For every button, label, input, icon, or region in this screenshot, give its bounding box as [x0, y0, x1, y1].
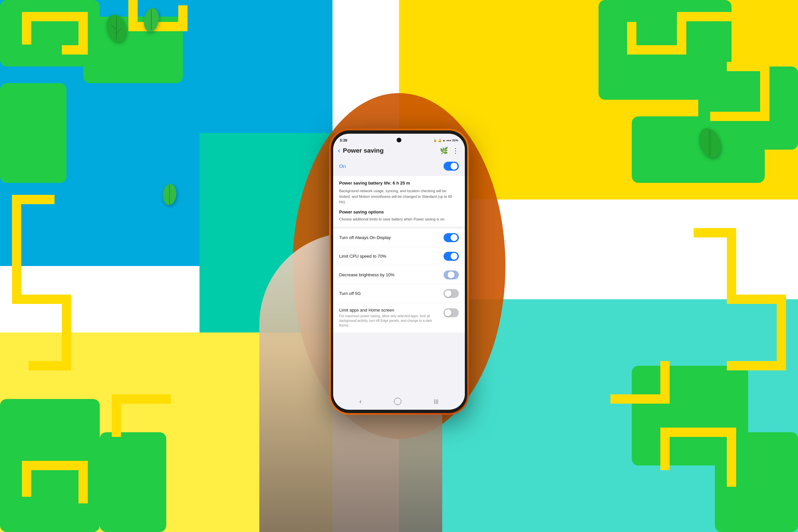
battery-desc: Background network usage, syncing, and l…	[339, 188, 459, 205]
more-button[interactable]: ⋮	[451, 146, 460, 155]
setting-item-apps[interactable]: Limit apps and Home screen For maximum p…	[333, 303, 465, 332]
nav-home-button[interactable]	[394, 398, 401, 405]
setting-label-brightness: Decrease brightness by 10%	[339, 272, 443, 277]
leaf-2	[140, 3, 163, 35]
setting-item-cpu[interactable]: Limit CPU speed to 70%	[333, 247, 465, 266]
nav-back-button[interactable]: ‹	[359, 398, 361, 405]
leaf-3	[695, 123, 725, 161]
battery-info-card: Power saving battery life: 6 h 25 m Back…	[333, 176, 465, 226]
battery-life-label: Power saving battery life: 6 h 25 m	[339, 180, 459, 186]
brightness-toggle-knob	[448, 271, 455, 278]
alarm-icon: 🔔	[438, 139, 441, 142]
aod-toggle[interactable]	[443, 233, 459, 242]
5g-toggle-knob	[444, 290, 452, 297]
setting-item-aod[interactable]: Turn off Always On Display	[333, 228, 465, 247]
svg-rect-7	[100, 432, 166, 532]
svg-rect-1	[0, 83, 66, 183]
top-nav: ‹ Power saving 🌿 ⋮	[333, 144, 465, 158]
setting-label-aod: Turn off Always On Display	[339, 235, 443, 240]
aod-toggle-knob	[451, 234, 457, 241]
setting-label-apps: Limit apps and Home screen For maximum p…	[339, 307, 443, 328]
status-time: 5:39	[340, 138, 347, 142]
phone-container: 5:39 🔒 🔔 ▲ ●●● 21% ‹ Power saving	[329, 129, 469, 415]
setting-label-cpu: Limit CPU speed to 70%	[339, 254, 443, 259]
power-options-title: Power saving options	[339, 209, 459, 214]
wifi-icon: ▲	[442, 139, 445, 142]
apps-toggle-knob	[444, 309, 452, 316]
cpu-toggle-knob	[451, 253, 457, 260]
battery-text: 21%	[452, 139, 458, 142]
on-toggle-knob	[451, 163, 457, 170]
status-icons: 🔒 🔔 ▲ ●●● 21%	[433, 139, 458, 142]
signal-icon: ●●●	[446, 139, 451, 142]
brightness-toggle[interactable]	[443, 270, 459, 279]
apps-toggle[interactable]	[443, 308, 459, 317]
nav-recents-button[interactable]: |||	[434, 399, 439, 404]
bottom-nav: ‹ |||	[333, 395, 465, 410]
camera-notch	[397, 138, 401, 142]
scene: 5:39 🔒 🔔 ▲ ●●● 21% ‹ Power saving	[0, 0, 798, 532]
leaf-icon: 🌿	[440, 147, 448, 155]
phone-screen: 5:39 🔒 🔔 ▲ ●●● 21% ‹ Power saving	[333, 134, 465, 410]
cpu-toggle[interactable]	[443, 252, 459, 261]
back-button[interactable]: ‹	[338, 146, 343, 156]
phone-frame-outer: 5:39 🔒 🔔 ▲ ●●● 21% ‹ Power saving	[329, 129, 469, 415]
page-title: Power saving	[343, 147, 440, 154]
setting-label-5g: Turn off 5G	[339, 291, 443, 296]
leaf-1	[103, 10, 130, 44]
screen-content[interactable]: On Power saving battery life: 6 h 25 m B…	[333, 158, 465, 395]
setting-item-brightness[interactable]: Decrease brightness by 10%	[333, 266, 465, 284]
lock-icon: 🔒	[433, 139, 437, 142]
5g-toggle[interactable]	[443, 289, 459, 298]
setting-item-5g[interactable]: Turn off 5G	[333, 284, 465, 303]
phone-body: 5:39 🔒 🔔 ▲ ●●● 21% ‹ Power saving	[331, 130, 467, 413]
apps-sub-text: For maximum power saving, allow only sel…	[339, 314, 440, 328]
on-toggle[interactable]	[443, 162, 459, 171]
on-toggle-section: On	[333, 158, 465, 174]
settings-list: Turn off Always On Display Limit CPU spe…	[333, 228, 465, 332]
on-label: On	[339, 163, 346, 169]
apps-main-text: Limit apps and Home screen	[339, 307, 440, 312]
leaf-4	[159, 179, 179, 208]
power-options-desc: Choose additional limits to save battery…	[339, 216, 459, 222]
